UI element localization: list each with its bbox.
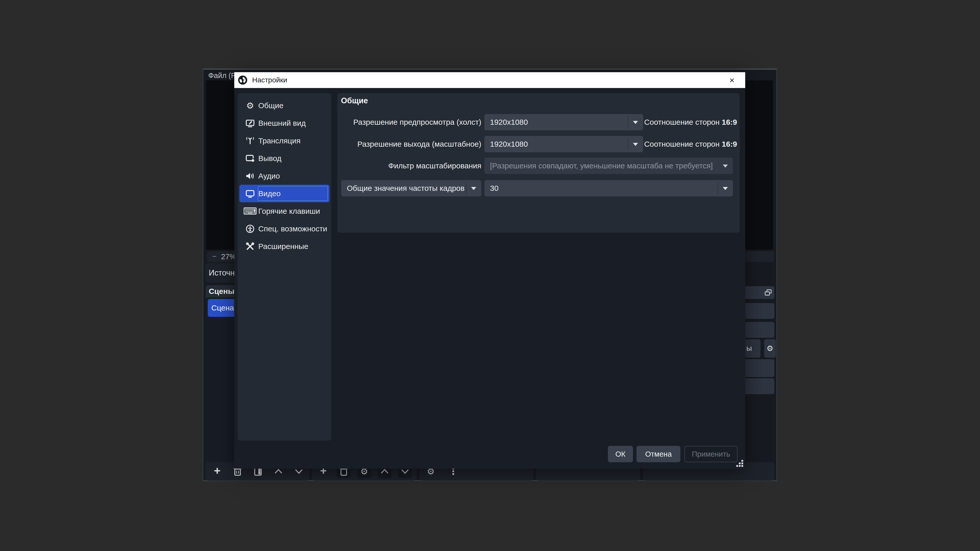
virtual-camera-settings-button[interactable]: ⚙ — [764, 339, 776, 358]
add-scene-button[interactable]: + — [210, 465, 224, 478]
sidebar-item-output[interactable]: Вывод — [239, 149, 329, 167]
chevron-down-icon — [723, 187, 728, 190]
sidebar-item-stream[interactable]: Трансляция — [239, 132, 329, 149]
chevron-down-icon — [723, 165, 728, 168]
close-icon[interactable]: × — [724, 72, 740, 88]
accessibility-icon — [245, 223, 256, 234]
zoom-out-button[interactable]: − — [209, 251, 220, 262]
sidebar-item-advanced[interactable]: Расширенные — [239, 238, 329, 255]
output-resolution-label: Разрешение выхода (масштабное) — [357, 140, 481, 148]
chevron-down-icon — [471, 187, 476, 190]
downscale-filter-combobox: [Разрешения совпадают, уменьшение масшта… — [484, 158, 733, 174]
video-settings-group: Общие Разрешение предпросмотра (холст) 1… — [337, 93, 740, 233]
downscale-filter-label: Фильтр масштабирования — [388, 162, 481, 170]
fps-type-combobox[interactable]: Общие значения частоты кадров — [341, 180, 481, 197]
appearance-icon — [245, 118, 256, 129]
fps-value-combobox[interactable]: 30 — [484, 180, 733, 197]
sidebar-item-video[interactable]: Видео — [239, 185, 329, 202]
settings-sidebar: ⚙ Общие Внешний вид — [238, 93, 331, 441]
chevron-down-icon — [633, 143, 638, 146]
cancel-button[interactable]: Отмена — [636, 446, 680, 462]
apply-button[interactable]: Применить — [684, 446, 738, 462]
output-aspect-ratio: Соотношение сторон 16:9 — [644, 140, 737, 148]
resize-grip[interactable] — [735, 460, 743, 467]
obs-logo-icon — [238, 75, 248, 85]
screenshot-root: Файл (F) − 27% Источники Сцены Сцена + — [0, 0, 980, 551]
sidebar-item-hotkeys[interactable]: ⌨ Горячие клавиши — [239, 202, 329, 220]
combo-divider — [628, 116, 628, 128]
sidebar-item-general[interactable]: ⚙ Общие — [239, 97, 329, 114]
button-label-fragment: ы — [746, 344, 752, 353]
ok-button[interactable]: ОК — [608, 446, 633, 462]
tools-icon — [245, 241, 256, 252]
scene-name: Сцена — [208, 303, 234, 312]
chevron-up-icon — [380, 469, 389, 474]
menu-item-file[interactable]: Файл (F) — [208, 71, 238, 80]
plus-icon: + — [214, 465, 221, 476]
keyboard-icon: ⌨ — [245, 206, 256, 217]
group-heading: Общие — [341, 96, 368, 105]
canvas-aspect-ratio: Соотношение сторон 16:9 — [644, 118, 737, 127]
audio-icon — [245, 170, 256, 182]
dock-icon — [765, 289, 772, 296]
gear-icon: ⚙ — [245, 100, 256, 111]
chevron-down-icon — [633, 121, 638, 124]
canvas-resolution-combobox[interactable]: 1920x1080 — [484, 114, 643, 130]
combo-divider — [718, 182, 718, 194]
sidebar-item-accessibility[interactable]: Спец. возможности — [239, 220, 329, 238]
sidebar-item-appearance[interactable]: Внешний вид — [239, 114, 329, 132]
settings-dialog: Настройки × ⚙ Общие Внешний вид — [234, 72, 745, 468]
chevron-down-icon — [295, 469, 303, 474]
video-icon — [245, 188, 256, 199]
dialog-titlebar[interactable]: Настройки × — [234, 72, 745, 88]
sidebar-item-audio[interactable]: Аудио — [239, 167, 329, 185]
dialog-title: Настройки — [252, 76, 287, 84]
broadcast-icon — [245, 135, 256, 146]
scenes-dock-title: Сцены — [206, 287, 234, 295]
chevron-down-icon — [401, 469, 409, 474]
canvas-resolution-label: Разрешение предпросмотра (холст) — [353, 118, 481, 127]
output-icon — [245, 153, 256, 164]
gear-icon: ⚙ — [767, 345, 773, 352]
chevron-up-icon — [274, 469, 283, 474]
combo-divider — [466, 182, 466, 194]
combo-divider — [628, 138, 628, 150]
output-resolution-combobox[interactable]: 1920x1080 — [484, 136, 643, 152]
